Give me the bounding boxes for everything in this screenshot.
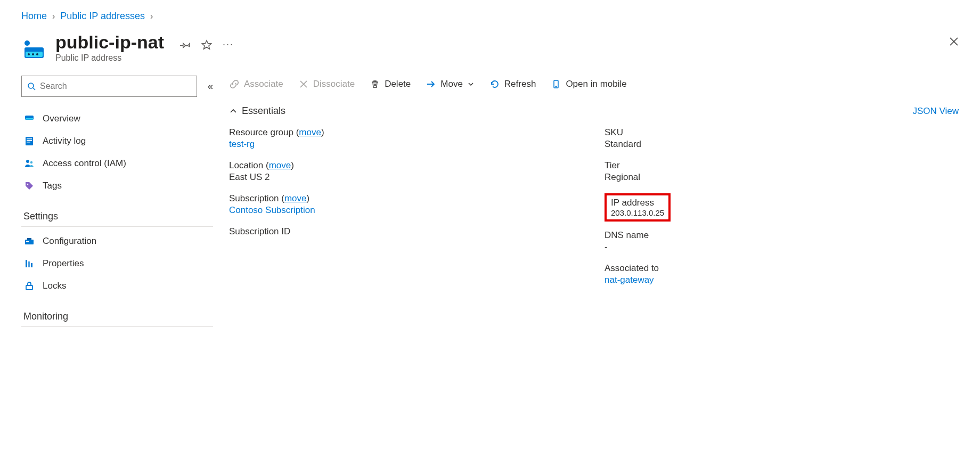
more-icon[interactable]: ··· xyxy=(223,39,234,50)
svg-rect-18 xyxy=(26,241,29,242)
content-pane: Associate Dissociate Delete xyxy=(229,76,959,330)
sidebar-group-settings: Settings xyxy=(21,208,213,227)
sidebar-item-label: Tags xyxy=(43,181,62,191)
delete-icon xyxy=(370,79,380,89)
pin-icon[interactable] xyxy=(180,39,191,50)
field-tier: Tier Regional xyxy=(605,160,959,183)
sidebar-item-label: Locks xyxy=(43,281,66,291)
svg-point-3 xyxy=(28,53,30,55)
svg-point-6 xyxy=(28,83,34,88)
move-subscription-link[interactable]: move xyxy=(284,193,307,203)
dissociate-button[interactable]: Dissociate xyxy=(298,79,355,89)
tags-icon xyxy=(23,180,35,192)
field-location: Location (move) East US 2 xyxy=(229,160,583,183)
sidebar-item-access-control[interactable]: Access control (IAM) xyxy=(21,152,213,175)
sidebar-item-label: Access control (IAM) xyxy=(43,158,126,169)
json-view-link[interactable]: JSON View xyxy=(912,106,959,117)
field-subscription: Subscription (move) Contoso Subscription xyxy=(229,193,583,216)
svg-rect-20 xyxy=(28,261,30,267)
tier-value: Regional xyxy=(605,172,959,183)
svg-point-13 xyxy=(26,160,29,163)
field-resource-group: Resource group (move) test-rg xyxy=(229,127,583,150)
svg-point-0 xyxy=(24,40,30,46)
delete-label: Delete xyxy=(385,79,411,89)
dissociate-icon xyxy=(298,79,309,89)
overview-icon xyxy=(23,113,35,125)
svg-rect-9 xyxy=(26,137,33,145)
sidebar: « Overview Activity log Access control (… xyxy=(21,76,229,330)
collapse-sidebar-icon[interactable]: « xyxy=(208,81,213,92)
mobile-icon xyxy=(551,79,561,89)
sidebar-item-activity-log[interactable]: Activity log xyxy=(21,130,213,152)
move-resource-group-link[interactable]: move xyxy=(299,127,321,137)
svg-point-5 xyxy=(36,53,38,55)
chevron-right-icon: › xyxy=(52,12,55,21)
search-input-wrapper[interactable] xyxy=(21,76,197,97)
sidebar-item-overview[interactable]: Overview xyxy=(21,108,213,130)
associate-icon xyxy=(229,79,240,89)
associate-label: Associate xyxy=(244,79,283,89)
essentials-heading: Essentials xyxy=(242,105,285,117)
field-associated-to: Associated to nat-gateway xyxy=(605,263,959,285)
close-icon[interactable] xyxy=(949,37,959,46)
essentials-toggle[interactable]: Essentials xyxy=(229,105,285,117)
delete-button[interactable]: Delete xyxy=(370,79,411,89)
star-icon[interactable] xyxy=(201,39,212,50)
access-control-icon xyxy=(23,158,35,169)
chevron-up-icon xyxy=(229,107,238,116)
sidebar-item-label: Properties xyxy=(43,258,84,269)
search-icon xyxy=(27,82,36,91)
breadcrumb-home[interactable]: Home xyxy=(21,11,47,22)
associate-button[interactable]: Associate xyxy=(229,79,283,89)
ip-address-value: 203.0.113.0.25 xyxy=(611,208,664,217)
sidebar-item-configuration[interactable]: Configuration xyxy=(21,230,213,252)
svg-rect-10 xyxy=(27,138,32,140)
sidebar-item-properties[interactable]: Properties xyxy=(21,252,213,275)
page-subtitle: Public IP address xyxy=(55,53,164,63)
refresh-label: Refresh xyxy=(504,79,536,89)
field-subscription-id: Subscription ID xyxy=(229,226,583,237)
locks-icon xyxy=(23,280,35,292)
associated-to-link[interactable]: nat-gateway xyxy=(605,275,959,285)
svg-rect-19 xyxy=(26,260,27,267)
public-ip-icon xyxy=(21,36,47,61)
sku-value: Standard xyxy=(605,139,959,150)
field-ip-address-highlighted: IP address 203.0.113.0.25 xyxy=(605,193,671,222)
refresh-icon xyxy=(489,79,500,89)
svg-rect-17 xyxy=(27,238,31,240)
svg-rect-22 xyxy=(26,285,32,290)
chevron-right-icon: › xyxy=(150,12,153,21)
search-input[interactable] xyxy=(40,81,191,91)
subscription-link[interactable]: Contoso Subscription xyxy=(229,205,583,216)
svg-point-24 xyxy=(556,86,557,87)
breadcrumb: Home › Public IP addresses › xyxy=(21,11,959,22)
svg-point-4 xyxy=(32,53,34,55)
refresh-button[interactable]: Refresh xyxy=(489,79,536,89)
sidebar-item-tags[interactable]: Tags xyxy=(21,175,213,197)
dns-name-value: - xyxy=(605,242,959,252)
essentials-grid: Resource group (move) test-rg Location (… xyxy=(229,127,959,296)
svg-rect-11 xyxy=(27,140,32,141)
sidebar-item-label: Overview xyxy=(43,113,80,124)
move-label: Move xyxy=(440,79,463,89)
svg-rect-21 xyxy=(31,263,32,267)
field-dns-name: DNS name - xyxy=(605,230,959,252)
location-value: East US 2 xyxy=(229,172,583,183)
page-title: public-ip-nat xyxy=(55,32,164,52)
move-button[interactable]: Move xyxy=(426,79,475,89)
sidebar-item-locks[interactable]: Locks xyxy=(21,275,213,297)
sidebar-group-monitoring: Monitoring xyxy=(21,308,213,327)
open-mobile-button[interactable]: Open in mobile xyxy=(551,79,626,89)
chevron-down-icon xyxy=(467,80,475,88)
svg-rect-8 xyxy=(26,118,33,120)
resource-group-link[interactable]: test-rg xyxy=(229,139,583,150)
svg-point-15 xyxy=(27,184,29,185)
move-icon xyxy=(426,79,436,89)
svg-rect-12 xyxy=(27,142,30,143)
svg-point-14 xyxy=(30,161,32,163)
breadcrumb-parent[interactable]: Public IP addresses xyxy=(60,11,145,22)
dissociate-label: Dissociate xyxy=(313,79,355,89)
move-location-link[interactable]: move xyxy=(269,160,291,170)
configuration-icon xyxy=(23,235,35,247)
field-sku: SKU Standard xyxy=(605,127,959,150)
